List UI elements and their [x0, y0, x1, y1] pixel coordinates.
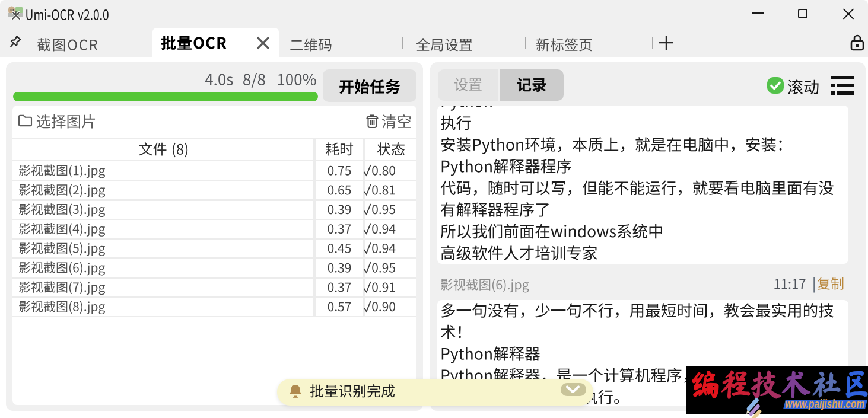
- svg-text:www.paijishu.com: www.paijishu.com: [785, 397, 864, 410]
